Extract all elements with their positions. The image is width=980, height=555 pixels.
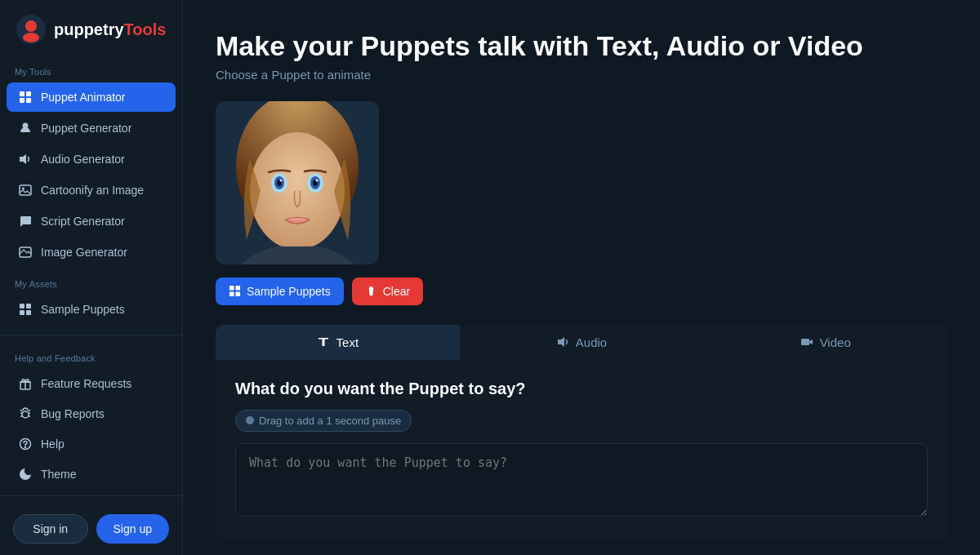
sidebar-item-feature-requests[interactable]: Feature Requests: [7, 369, 176, 398]
svg-rect-31: [229, 286, 234, 291]
tab-audio-label: Audio: [576, 335, 607, 349]
page-title: Make your Puppets talk with Text, Audio …: [216, 29, 947, 63]
sidebar: puppetryTools My Tools Puppet Animator P…: [0, 0, 183, 555]
text-tab-icon: [317, 335, 330, 349]
sidebar-bottom: Help and Feedback Feature Requests Bug R…: [0, 328, 182, 555]
sidebar-item-script-generator[interactable]: Script Generator: [7, 206, 176, 236]
svg-rect-14: [20, 310, 24, 315]
puppet-face-svg: [216, 101, 379, 264]
svg-point-19: [24, 446, 25, 447]
svg-rect-32: [235, 286, 240, 291]
sample-puppets-asset-label: Sample Puppets: [41, 303, 125, 316]
moon-icon: [18, 467, 33, 482]
svg-point-21: [250, 132, 345, 250]
script-generator-label: Script Generator: [41, 215, 125, 228]
theme-label: Theme: [41, 468, 77, 481]
svg-marker-8: [20, 154, 26, 164]
sidebar-item-puppet-generator[interactable]: Puppet Generator: [7, 113, 176, 143]
sidebar-item-image-generator[interactable]: Image Generator: [7, 238, 176, 267]
svg-rect-6: [26, 98, 31, 103]
trash-icon: [365, 285, 377, 297]
tabs-container: Text Audio Video: [216, 325, 947, 360]
tab-audio[interactable]: Audio: [460, 325, 704, 360]
sidebar-item-puppet-animator[interactable]: Puppet Animator: [7, 82, 176, 112]
help-section-label: Help and Feedback: [0, 342, 182, 368]
logo-label: puppetryTools: [54, 20, 166, 39]
image-icon: [18, 183, 33, 198]
svg-rect-5: [20, 98, 24, 103]
clear-button[interactable]: Clear: [352, 278, 423, 305]
clear-btn-label: Clear: [383, 285, 410, 298]
puppet-preview: [216, 101, 379, 264]
image-generator-label: Image Generator: [41, 246, 127, 259]
puppet-generator-label: Puppet Generator: [41, 122, 131, 135]
sample-puppets-button[interactable]: Sample Puppets: [216, 278, 344, 305]
help-label: Help: [41, 437, 65, 451]
svg-marker-35: [558, 337, 564, 347]
text-panel: What do you want the Puppet to say? Drag…: [216, 360, 947, 539]
svg-rect-3: [20, 91, 24, 96]
bug-icon: [18, 406, 33, 421]
pause-badge[interactable]: Drag to add a 1 second pause: [235, 410, 412, 432]
puppet-actions: Sample Puppets Clear: [216, 278, 947, 305]
audio-tab-icon: [556, 335, 569, 349]
svg-point-1: [25, 20, 37, 32]
text-panel-title: What do you want the Puppet to say?: [235, 380, 928, 398]
svg-rect-15: [26, 310, 31, 315]
svg-point-28: [280, 179, 283, 181]
svg-rect-12: [20, 304, 24, 309]
sidebar-item-bug-reports[interactable]: Bug Reports: [7, 399, 176, 428]
sidebar-item-cartoonify[interactable]: Cartoonify an Image: [7, 175, 176, 205]
bug-reports-label: Bug Reports: [41, 407, 105, 420]
svg-rect-9: [20, 185, 31, 195]
grid-btn-icon: [229, 285, 241, 297]
svg-rect-4: [26, 91, 31, 96]
volume-icon: [18, 152, 33, 166]
sidebar-item-audio-generator[interactable]: Audio Generator: [7, 144, 176, 174]
grid-icon-asset: [18, 302, 33, 317]
sidebar-item-help[interactable]: Help: [7, 429, 176, 459]
tab-text[interactable]: Text: [216, 325, 460, 360]
main-panel: Make your Puppets talk with Text, Audio …: [183, 0, 980, 555]
puppet-animator-label: Puppet Animator: [41, 91, 126, 104]
svg-point-10: [22, 188, 24, 190]
sidebar-divider-1: [0, 335, 182, 335]
user-icon: [18, 121, 33, 135]
sign-up-button[interactable]: Sign up: [96, 514, 170, 544]
svg-rect-33: [229, 292, 234, 297]
svg-point-17: [22, 411, 29, 418]
chat-icon: [18, 214, 33, 229]
sign-buttons-area: Sign in Sign up: [0, 503, 182, 555]
cartoonify-label: Cartoonify an Image: [41, 184, 144, 197]
svg-rect-13: [26, 304, 31, 309]
audio-generator-label: Audio Generator: [41, 153, 125, 166]
sidebar-item-sample-puppets-asset[interactable]: Sample Puppets: [7, 295, 176, 324]
logo-area: puppetryTools: [0, 0, 182, 56]
my-tools-section-label: My Tools: [0, 56, 182, 82]
my-assets-section-label: My Assets: [0, 268, 182, 294]
help-circle-icon: [18, 437, 33, 451]
puppet-text-input[interactable]: [235, 443, 928, 517]
pause-badge-label: Drag to add a 1 second pause: [259, 415, 401, 427]
page-subtitle: Choose a Puppet to animate: [216, 68, 947, 82]
video-tab-icon: [800, 335, 813, 349]
sidebar-divider-2: [0, 495, 182, 496]
svg-rect-34: [235, 292, 240, 297]
sample-puppets-btn-label: Sample Puppets: [247, 285, 331, 298]
pause-dot: [246, 416, 254, 424]
puppetry-logo-icon: [15, 13, 47, 46]
gift-icon: [18, 376, 33, 391]
tab-text-label: Text: [336, 335, 359, 349]
sign-in-button[interactable]: Sign in: [13, 514, 88, 544]
sidebar-item-theme[interactable]: Theme: [7, 460, 176, 489]
grid-icon: [18, 90, 33, 104]
svg-point-29: [316, 179, 318, 181]
svg-rect-36: [801, 339, 809, 345]
svg-point-2: [23, 33, 39, 42]
photo-icon: [18, 245, 33, 260]
feature-requests-label: Feature Requests: [41, 377, 131, 390]
tab-video[interactable]: Video: [703, 325, 947, 360]
tab-video-label: Video: [820, 335, 851, 349]
